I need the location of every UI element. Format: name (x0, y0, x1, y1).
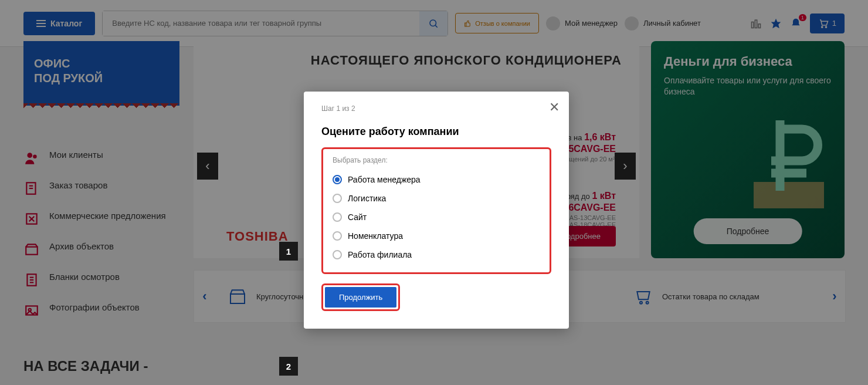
radio-logistics[interactable]: Логистика (333, 189, 540, 208)
radio-site[interactable]: Сайт (333, 208, 540, 227)
radio-icon (333, 194, 342, 203)
radio-label: Работа менеджера (348, 175, 421, 184)
callout-2: 2 (279, 357, 298, 376)
radio-section: Выбрать раздел: Работа менеджера Логисти… (321, 147, 551, 274)
close-icon[interactable]: ✕ (549, 100, 560, 115)
callout-1: 1 (279, 242, 298, 261)
radio-branch[interactable]: Работа филиала (333, 245, 540, 264)
radio-label: Логистика (348, 194, 386, 203)
radio-label: Работа филиала (348, 250, 412, 259)
rating-modal: ✕ Шаг 1 из 2 Оцените работу компании 1 В… (304, 92, 569, 329)
radio-icon (333, 212, 342, 222)
continue-button[interactable]: Продолжить (325, 287, 396, 308)
radio-icon (333, 175, 342, 184)
radio-icon (333, 250, 342, 259)
modal-step: Шаг 1 из 2 (321, 104, 551, 113)
choose-label: Выбрать раздел: (333, 156, 540, 164)
radio-label: Сайт (348, 212, 367, 222)
modal-title: Оцените работу компании (321, 126, 551, 138)
radio-nomenclature[interactable]: Номенклатура (333, 227, 540, 245)
continue-highlight: Продолжить (321, 283, 400, 311)
radio-manager[interactable]: Работа менеджера (333, 170, 540, 189)
radio-label: Номенклатура (348, 231, 403, 241)
radio-icon (333, 231, 342, 241)
